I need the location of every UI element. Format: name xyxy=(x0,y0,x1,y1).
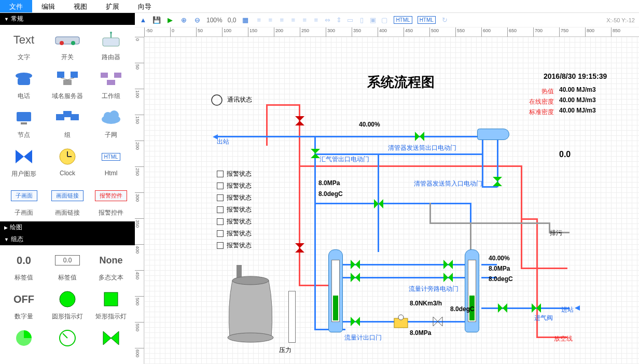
alarm-state-0[interactable]: 报警状态 xyxy=(217,170,252,178)
svg-rect-15 xyxy=(107,80,115,85)
palette-clock[interactable]: Clock xyxy=(46,146,89,178)
valve-icon[interactable] xyxy=(531,303,542,313)
valve-icon[interactable] xyxy=(350,317,361,326)
toolbar: ▲ 💾 ▶ ⊕ ⊖ 100% 0,0 ▦ ≡ ≡ ≡ ≡ ≡ ≡ ⇔ ⇕ ▭ ▯… xyxy=(135,13,639,27)
redo-icon[interactable]: ↻ xyxy=(441,16,449,24)
valve-icon[interactable] xyxy=(294,243,305,253)
valve-icon[interactable] xyxy=(497,303,508,313)
align-bottom-icon[interactable]: ≡ xyxy=(312,16,320,24)
bring-front-icon[interactable]: ▣ xyxy=(369,16,377,24)
pipe xyxy=(217,136,481,137)
same-width-icon[interactable]: ▭ xyxy=(346,16,354,24)
palette-phone[interactable]: 电话 xyxy=(2,68,46,101)
palette-multitext[interactable]: None多态文本 xyxy=(89,249,133,282)
pressure1-label: 8.0MPa xyxy=(318,179,340,187)
category-draw[interactable]: ▶绘图 xyxy=(0,221,135,233)
same-height-icon[interactable]: ▯ xyxy=(357,16,366,24)
html-export-icon[interactable]: HTML xyxy=(394,16,412,24)
svg-rect-9 xyxy=(71,72,78,78)
pig-out-label: 清管器发送筒出口电动门 xyxy=(388,144,456,152)
palette-dns[interactable]: 域名服务器 xyxy=(46,68,89,101)
valve-icon[interactable] xyxy=(414,132,425,141)
palette-switch[interactable]: 开关 xyxy=(46,29,89,62)
category-general[interactable]: ▼常规 xyxy=(0,13,135,25)
valve-icon[interactable] xyxy=(442,273,454,282)
palette-html[interactable]: HTMLHtml xyxy=(89,146,133,178)
zoom-out-icon[interactable]: ⊖ xyxy=(193,16,201,24)
palette-tag-value-box[interactable]: 0.0标签值 xyxy=(46,249,89,282)
palette-circle-led[interactable]: 圆形指示灯 xyxy=(46,288,89,321)
pointer-tool[interactable]: ▲ xyxy=(139,16,147,24)
pig-launcher-icon xyxy=(477,129,509,140)
play-button[interactable]: ▶ xyxy=(166,16,174,24)
arrow-left-icon xyxy=(212,133,219,141)
grid-toggle[interactable]: ▦ xyxy=(241,16,249,24)
align-right-icon[interactable]: ≡ xyxy=(277,16,286,24)
palette-workgroup[interactable]: 工作组 xyxy=(89,68,133,101)
palette-node[interactable]: 节点 xyxy=(2,107,46,139)
menu-file[interactable]: 文件 xyxy=(0,0,32,12)
svg-point-36 xyxy=(398,315,404,320)
alarm-state-5[interactable]: 报警状态 xyxy=(217,229,252,238)
valve-icon[interactable] xyxy=(350,260,361,269)
palette-general-grid: Text文字 开关 路由器 电话 域名服务器 工作组 节点 组 子网 用户图形 … xyxy=(0,25,135,221)
html-preview-icon[interactable]: HTML xyxy=(418,16,436,24)
temp2-label: 8.0degC xyxy=(489,275,513,283)
dist-v-icon[interactable]: ⇕ xyxy=(335,16,343,24)
palette-user-graphic[interactable]: 用户图形 xyxy=(2,146,46,178)
save-button[interactable]: 💾 xyxy=(152,16,161,24)
menu-guide[interactable]: 向导 xyxy=(129,0,161,12)
design-canvas[interactable]: -500501001502002503003504004505005506006… xyxy=(135,27,639,364)
svg-line-30 xyxy=(63,333,67,338)
alarm-state-2[interactable]: 报警状态 xyxy=(217,193,252,202)
palette-subscreen[interactable]: 子画面子画面 xyxy=(2,185,46,217)
palette-rect-led[interactable]: 矩形指示灯 xyxy=(89,288,133,321)
zoom-in-icon[interactable]: ⊕ xyxy=(179,16,188,24)
pipe xyxy=(314,203,470,204)
align-center-icon[interactable]: ≡ xyxy=(266,16,274,24)
alarm-state-1[interactable]: 报警状态 xyxy=(217,181,252,190)
palette-alarm-ctl[interactable]: 报警控件报警控件 xyxy=(89,185,133,217)
dist-h-icon[interactable]: ⇔ xyxy=(323,16,331,24)
group-icon xyxy=(46,107,89,129)
palette-text[interactable]: Text文字 xyxy=(2,29,46,62)
svg-point-27 xyxy=(60,291,75,307)
alarm-state-6[interactable]: 报警状态 xyxy=(217,241,252,250)
valve-icon[interactable] xyxy=(350,273,361,282)
prop-heat-label: 热值 xyxy=(541,87,554,96)
svg-rect-16 xyxy=(17,112,31,121)
palette-subnet[interactable]: 子网 xyxy=(89,107,133,139)
palette-screen-link[interactable]: 画面链接画面链接 xyxy=(46,185,89,217)
pie-icon xyxy=(2,327,46,349)
svg-point-31 xyxy=(212,95,222,105)
palette-pie-led[interactable] xyxy=(2,327,46,351)
palette-tag-value[interactable]: 0.0标签值 xyxy=(2,249,46,282)
palette-gauge[interactable] xyxy=(46,327,89,351)
valve-icon[interactable] xyxy=(373,199,384,208)
category-config[interactable]: ▼组态 xyxy=(0,233,135,245)
palette-bowtie-led[interactable] xyxy=(89,327,133,351)
align-left-icon[interactable]: ≡ xyxy=(255,16,263,24)
valve-icon[interactable] xyxy=(432,317,443,326)
bowtie-green-icon xyxy=(89,327,133,349)
svg-rect-0 xyxy=(55,37,79,44)
palette-digital[interactable]: OFF数字量 xyxy=(2,288,46,321)
cursor-coords: X:-50 Y:-12 xyxy=(606,17,635,23)
valve-icon[interactable] xyxy=(492,177,503,186)
palette-config-grid: 0.0标签值 0.0标签值 None多态文本 OFF数字量 圆形指示灯 矩形指示… xyxy=(0,245,135,355)
align-top-icon[interactable]: ≡ xyxy=(289,16,297,24)
menu-edit[interactable]: 编辑 xyxy=(32,0,64,12)
valve-icon[interactable] xyxy=(294,116,305,125)
alarm-state-3[interactable]: 报警状态 xyxy=(217,205,252,214)
menu-view[interactable]: 视图 xyxy=(64,0,96,12)
menu-ext[interactable]: 扩展 xyxy=(96,0,129,12)
palette-router[interactable]: 路由器 xyxy=(89,29,133,62)
percent2-label: 40.00% xyxy=(489,255,510,262)
palette-group[interactable]: 组 xyxy=(46,107,89,139)
pipe xyxy=(266,104,300,106)
valve-icon[interactable] xyxy=(442,260,454,269)
send-back-icon[interactable]: ▢ xyxy=(380,16,388,24)
diagram-root: 系统流程图 2016/8/30 19:15:39 热值 40.00 MJ/m3 … xyxy=(144,37,639,364)
alarm-state-4[interactable]: 报警状态 xyxy=(217,217,252,226)
align-middle-icon[interactable]: ≡ xyxy=(300,16,309,24)
